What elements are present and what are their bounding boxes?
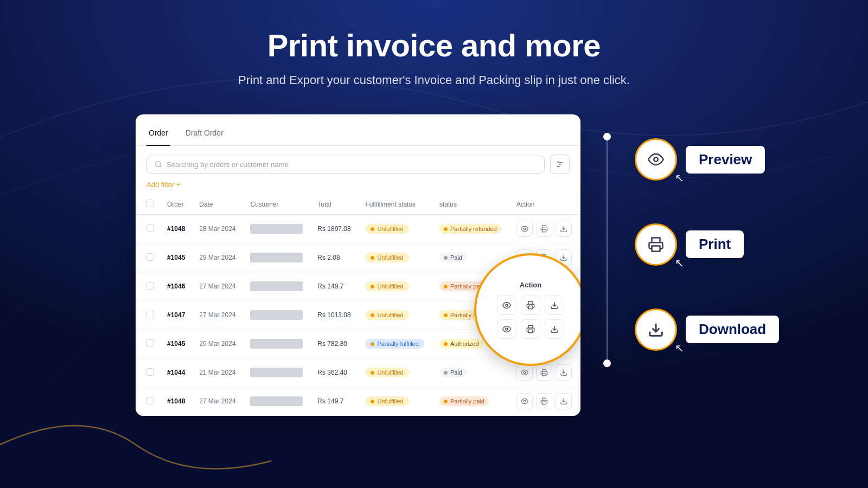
row-checkbox-6[interactable] (146, 397, 154, 404)
row-checkbox-1[interactable] (146, 253, 154, 261)
search-placeholder: Searching by orders or customer name (167, 160, 289, 169)
cursor-icon-1: ↖ (675, 258, 684, 268)
feature-icon-print[interactable]: ↖ (635, 223, 677, 266)
select-all-checkbox[interactable] (146, 200, 154, 207)
feature-icon-download[interactable]: ↖ (635, 309, 677, 351)
tab-order[interactable]: Order (146, 124, 170, 146)
order-fulfillment: Unfulfilled (359, 387, 433, 416)
preview-button[interactable] (516, 364, 533, 381)
order-customer: hidden (244, 387, 311, 416)
panel-search: Searching by orders or customer name (136, 146, 580, 178)
timeline-dot-bottom (603, 359, 611, 367)
order-fulfillment: Partially fulfilled (359, 330, 433, 358)
order-total: Rs 1013.08 (311, 301, 359, 330)
svg-point-32 (654, 158, 658, 162)
order-id: #1048 (167, 397, 185, 405)
order-date: 29 Mar 2024 (193, 243, 244, 272)
search-box[interactable]: Searching by orders or customer name (146, 156, 545, 174)
col-total: Total (311, 194, 359, 215)
svg-point-29 (506, 328, 508, 330)
order-actions (510, 387, 580, 416)
cursor-icon-2: ↖ (675, 343, 684, 354)
order-id: #1044 (167, 369, 185, 376)
download-button[interactable] (556, 221, 572, 237)
sort-button[interactable] (550, 155, 570, 174)
popup-download-1[interactable] (545, 296, 564, 315)
popup-preview-1[interactable] (497, 296, 516, 315)
order-total: Rs 2.08 (311, 243, 359, 272)
popup-print-1[interactable] (521, 296, 540, 315)
page-subtitle: Print and Export your customer's Invoice… (238, 73, 630, 87)
print-button[interactable] (536, 221, 552, 237)
col-date: Date (193, 194, 244, 215)
popup-print-2[interactable] (521, 319, 540, 339)
order-actions (510, 215, 580, 243)
preview-button[interactable] (516, 221, 533, 237)
feature-item-download: ↖ Download (635, 309, 779, 351)
table-row: #1044 21 Mar 2024 hidden Rs 362.40 Unful… (136, 358, 580, 387)
table-row: #1048 27 Mar 2024 hidden Rs 149.7 Unfulf… (136, 387, 580, 416)
action-popup: Action (476, 255, 580, 364)
row-checkbox-4[interactable] (146, 339, 154, 347)
download-button[interactable] (556, 364, 572, 381)
col-action: Action (510, 194, 580, 215)
order-total: Rs 1897.08 (311, 215, 359, 243)
popup-preview-2[interactable] (497, 319, 516, 339)
order-customer: hidden (244, 330, 311, 358)
download-button[interactable] (556, 393, 572, 409)
row-checkbox-2[interactable] (146, 282, 154, 290)
feature-item-print: ↖ Print (635, 223, 779, 266)
svg-point-20 (524, 371, 526, 374)
order-total: Rs 149.7 (311, 387, 359, 416)
popup-label: Action (520, 281, 541, 289)
popup-row-2 (497, 319, 564, 339)
order-date: 28 Mar 2024 (193, 215, 244, 243)
popup-download-2[interactable] (545, 319, 564, 339)
feature-label-preview: Preview (686, 146, 765, 174)
order-date: 26 Mar 2024 (193, 330, 244, 358)
order-fulfillment: Unfulfilled (359, 243, 433, 272)
feature-icon-preview[interactable]: ↖ (635, 138, 677, 181)
feature-label-print: Print (686, 230, 744, 258)
col-customer: Customer (244, 194, 311, 215)
row-checkbox-0[interactable] (146, 224, 154, 232)
order-date: 27 Mar 2024 (193, 301, 244, 330)
timeline-line (607, 136, 608, 364)
order-status: Partially refunded (433, 215, 510, 243)
order-status: Paid (433, 358, 510, 387)
print-button[interactable] (536, 364, 552, 381)
add-filter[interactable]: Add filter + (136, 178, 580, 194)
panel-tabs: Order Draft Order (136, 114, 580, 146)
order-total: Rs 149.7 (311, 272, 359, 301)
order-panel: Order Draft Order Searching by orders or… (136, 114, 580, 416)
search-icon (155, 160, 162, 168)
col-order: Order (161, 194, 193, 215)
order-status: Partially paid (433, 387, 510, 416)
timeline-dot-top (603, 133, 611, 140)
svg-rect-24 (542, 402, 546, 404)
col-fulfillment: Fullfillment status (359, 194, 433, 215)
row-checkbox-5[interactable] (146, 368, 154, 376)
main-content: Order Draft Order Searching by orders or… (136, 114, 732, 416)
row-checkbox-3[interactable] (146, 311, 154, 318)
tab-draft-order[interactable]: Draft Order (183, 124, 226, 146)
order-customer: hidden (244, 243, 311, 272)
order-customer: hidden (244, 301, 311, 330)
order-id: #1045 (167, 340, 185, 348)
preview-button[interactable] (516, 393, 533, 409)
order-date: 21 Mar 2024 (193, 358, 244, 387)
sort-icon (556, 160, 564, 168)
print-button[interactable] (536, 393, 552, 409)
svg-rect-27 (528, 306, 533, 309)
order-customer: hidden (244, 215, 311, 243)
order-total: Rs 362.40 (311, 358, 359, 387)
svg-rect-30 (528, 330, 533, 332)
svg-point-26 (506, 304, 508, 306)
col-status: status (433, 194, 510, 215)
svg-point-5 (524, 228, 526, 230)
feature-item-preview: ↖ Preview (635, 138, 779, 181)
order-date: 27 Mar 2024 (193, 272, 244, 301)
order-customer: hidden (244, 272, 311, 301)
order-id: #1046 (167, 282, 185, 290)
popup-row-1 (497, 296, 564, 315)
